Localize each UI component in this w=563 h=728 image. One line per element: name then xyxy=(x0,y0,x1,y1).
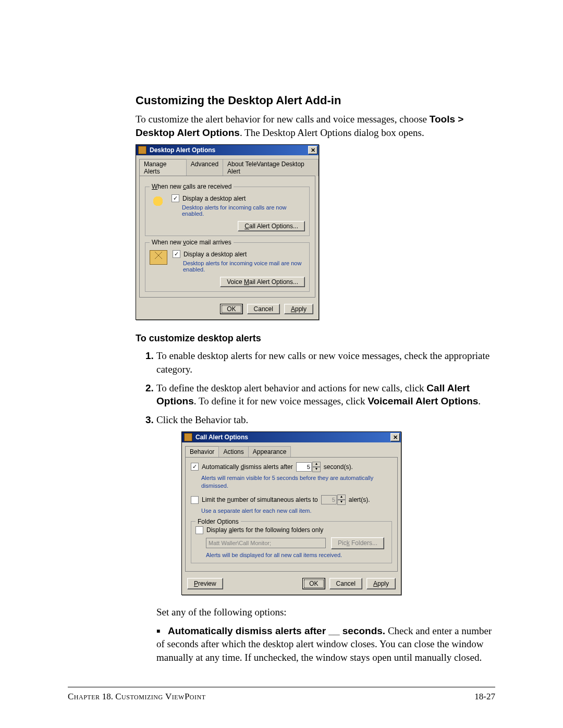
limit-spinner[interactable]: ▴▾ xyxy=(321,495,346,505)
tab-actions[interactable]: Actions xyxy=(218,446,248,457)
group-folder-options: Folder Options Display alerts for the fo… xyxy=(191,521,392,563)
display-call-alert-checkbox[interactable]: ✓ Display a desktop alert xyxy=(172,194,305,202)
desktop-alert-options-dialog: Desktop Alert Options ✕ Manage Alerts Ad… xyxy=(136,144,319,320)
footer-chapter: Chapter 18. Customizing ViewPoint xyxy=(68,692,206,702)
auto-dismiss-value[interactable] xyxy=(296,462,312,472)
tab-panel: ✓ Automatically dismiss alerts after ▴▾ … xyxy=(185,457,398,572)
tab-advanced[interactable]: Advanced xyxy=(186,159,223,176)
app-icon xyxy=(138,146,146,154)
footer-rule xyxy=(68,687,495,687)
close-icon: ✕ xyxy=(311,147,315,154)
group-new-calls: When new calls are received ✓ Display a … xyxy=(145,187,310,236)
window-title: Call Alert Options xyxy=(195,433,248,441)
tab-strip: Behavior Actions Appearance xyxy=(185,446,401,456)
subheading: To customize desktop alerts xyxy=(136,333,495,344)
unit-label: alert(s). xyxy=(349,496,370,504)
content-area: Customizing the Desktop Alert Add-in To … xyxy=(136,94,495,664)
group-legend: When new voice mail arrives xyxy=(150,239,234,246)
pick-folders-button: Pick Folders... xyxy=(331,537,384,549)
bullet-bold: Automatically dismiss alerts after __ se… xyxy=(168,625,385,636)
auto-dismiss-checkbox[interactable]: ✓ Automatically dismiss alerts after ▴▾ … xyxy=(191,462,392,472)
intro-post: . The Desktop Alert Options dialog box o… xyxy=(240,127,424,138)
titlebar: Call Alert Options ✕ xyxy=(182,432,401,442)
close-button[interactable]: ✕ xyxy=(390,433,400,441)
tab-behavior[interactable]: Behavior xyxy=(185,446,219,457)
dialog-buttons: OK Cancel Apply xyxy=(136,301,319,319)
call-alert-options-dialog: Call Alert Options ✕ Behavior Actions Ap… xyxy=(181,431,401,595)
page-number: 18-27 xyxy=(474,692,495,702)
apply-button[interactable]: Apply xyxy=(366,578,396,589)
after-figure-text: Set any of the following options: xyxy=(156,606,495,619)
tab-appearance[interactable]: Appearance xyxy=(248,446,291,457)
step-2: To define the desktop alert behavior and… xyxy=(156,381,495,408)
tab-about[interactable]: About TeleVantage Desktop Alert xyxy=(223,159,319,176)
step-3: Click the Behavior tab. Call Alert Optio… xyxy=(156,413,495,664)
group-legend: Folder Options xyxy=(195,517,241,526)
checkbox-label: Display a desktop alert xyxy=(182,195,246,202)
checkbox-icon xyxy=(191,496,199,504)
group-new-voicemail: When new voice mail arrives ✓ Display a … xyxy=(145,242,310,292)
close-icon: ✕ xyxy=(393,434,398,441)
close-button[interactable]: ✕ xyxy=(308,146,317,154)
bullet-square-icon: ■ xyxy=(156,627,160,635)
titlebar: Desktop Alert Options ✕ xyxy=(136,145,319,155)
spin-buttons[interactable]: ▴▾ xyxy=(312,462,321,472)
folders-field xyxy=(206,538,326,548)
tab-manage-alerts[interactable]: Manage Alerts xyxy=(139,159,187,176)
unit-label: second(s). xyxy=(324,463,353,471)
checkbox-icon: ✓ xyxy=(191,463,199,471)
folders-only-checkbox[interactable]: Display alerts for the following folders… xyxy=(195,526,387,534)
step-1: To enable desktop alerts for new calls o… xyxy=(156,349,495,376)
section-heading: Customizing the Desktop Alert Add-in xyxy=(136,94,495,107)
display-vm-alert-checkbox[interactable]: ✓ Display a desktop alert xyxy=(173,250,305,258)
page: Customizing the Desktop Alert Add-in To … xyxy=(0,0,563,728)
hint-text: Use a separate alert for each new call i… xyxy=(201,507,392,515)
bullet-item: ■ Automatically dismiss alerts after __ … xyxy=(156,624,495,664)
steps-list: To enable desktop alerts for new calls o… xyxy=(156,349,495,664)
call-alert-options-button[interactable]: Call Alert Options... xyxy=(238,221,305,231)
window-title: Desktop Alert Options xyxy=(150,146,215,154)
cancel-button[interactable]: Cancel xyxy=(329,578,362,589)
sun-icon xyxy=(150,194,166,208)
cancel-button[interactable]: Cancel xyxy=(247,304,280,314)
vm-alert-options-button[interactable]: Voice Mail Alert Options... xyxy=(220,277,305,287)
hint-text: Alerts will remain visible for 5 seconds… xyxy=(201,474,392,490)
auto-dismiss-spinner[interactable]: ▴▾ xyxy=(296,462,321,472)
ok-button[interactable]: OK xyxy=(220,304,242,314)
checkbox-label: Display a desktop alert xyxy=(183,251,247,258)
ok-button[interactable]: OK xyxy=(302,578,325,589)
apply-button[interactable]: Apply xyxy=(284,304,313,314)
intro-paragraph: To customize the alert behavior for new … xyxy=(136,113,495,139)
tab-panel: When new calls are received ✓ Display a … xyxy=(139,176,315,298)
app-icon xyxy=(184,433,192,441)
group-legend: When new calls are received xyxy=(150,183,234,190)
checkbox-icon: ✓ xyxy=(172,194,179,202)
checkbox-icon: ✓ xyxy=(173,250,180,258)
hint-text: Alerts will be displayed for all new cal… xyxy=(206,551,387,559)
intro-pre: To customize the alert behavior for new … xyxy=(136,114,430,125)
hint-text: Desktop alerts for incoming calls are no… xyxy=(182,204,305,217)
limit-value xyxy=(321,495,337,504)
dialog-buttons: Preview OK Cancel Apply xyxy=(182,575,401,595)
page-footer: Chapter 18. Customizing ViewPoint 18-27 xyxy=(68,692,495,702)
limit-alerts-checkbox[interactable]: Limit the number of simultaneous alerts … xyxy=(191,495,392,505)
checkbox-icon xyxy=(195,526,203,534)
spin-buttons: ▴▾ xyxy=(337,495,346,505)
preview-button[interactable]: Preview xyxy=(187,578,223,589)
tab-strip: Manage Alerts Advanced About TeleVantage… xyxy=(139,158,319,176)
hint-text: Desktop alerts for incoming voice mail a… xyxy=(183,260,305,273)
envelope-icon xyxy=(150,250,167,265)
